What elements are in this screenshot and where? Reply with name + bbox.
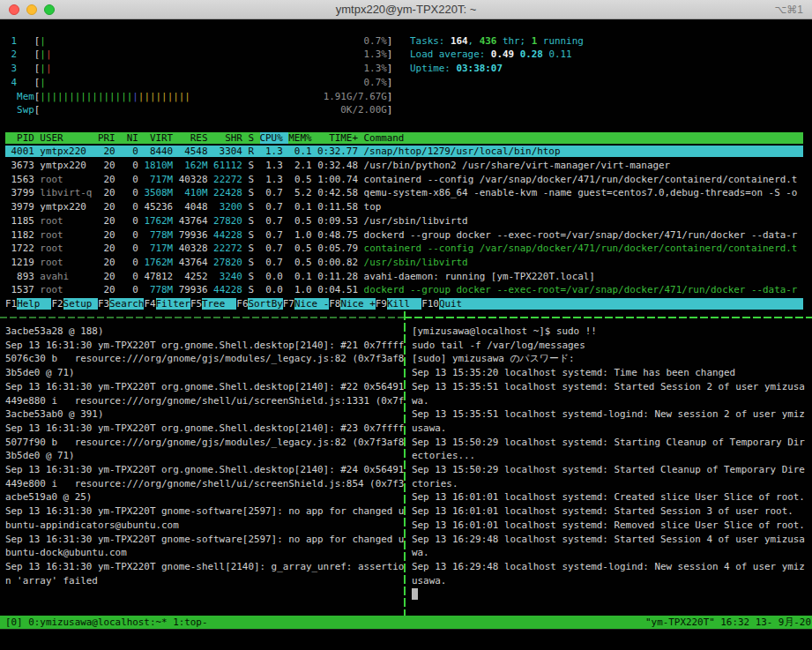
tmux-host-clock: "ym-TPX220T" 16:32 13- 9月-20	[645, 616, 811, 629]
shell-pane-right[interactable]: [ymizusawa@localhost ~]$ sudo !! sudo ta…	[412, 325, 805, 601]
minimize-button[interactable]	[26, 4, 37, 15]
log-pane-left[interactable]: 3acbe53a28 @ 188) Sep 13 16:31:30 ym-TPX…	[5, 325, 404, 587]
zoom-button[interactable]	[44, 4, 55, 15]
titlebar[interactable]: ymtpx220@ym-TPX220T: ~ ⌥⌘1	[0, 0, 812, 19]
window-shortcut-badge: ⌥⌘1	[774, 0, 803, 19]
terminal-window: ymtpx220@ym-TPX220T: ~ ⌥⌘1 1 [| 0.7%] Ta…	[0, 0, 812, 629]
window-title: ymtpx220@ym-TPX220T: ~	[0, 0, 812, 19]
close-button[interactable]	[9, 4, 19, 15]
tmux-status-bar: [0] 0:ymizusawa@localhost:~* 1:top- "ym-…	[0, 616, 812, 629]
tmux-window-list[interactable]: [0] 0:ymizusawa@localhost:~* 1:top-	[5, 616, 208, 629]
terminal-content[interactable]: 1 [| 0.7%] Tasks: 164, 436 thr; 1 runnin…	[0, 20, 812, 629]
htop-pane[interactable]: 1 [| 0.7%] Tasks: 164, 436 thr; 1 runnin…	[5, 20, 803, 311]
traffic-lights	[9, 4, 55, 15]
pane-border-horizontal-active	[404, 317, 812, 318]
pane-border-horizontal-inactive	[0, 317, 404, 318]
